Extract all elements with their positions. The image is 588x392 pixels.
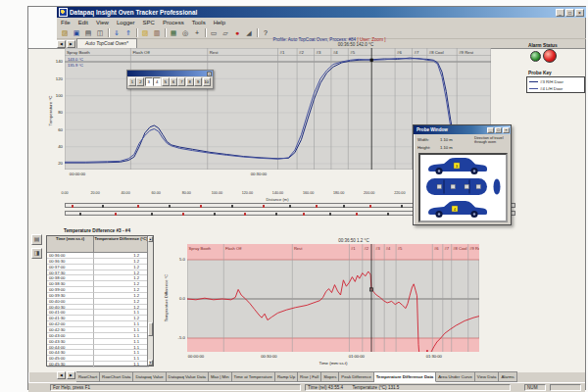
menu-view[interactable]: View xyxy=(92,20,113,25)
toolbar-separator xyxy=(136,28,137,37)
data-table-button[interactable]: ▦ xyxy=(168,27,179,38)
worksheet-tab-rawchart-data[interactable]: RawChart Data xyxy=(100,371,133,382)
probe-window-title-bar[interactable]: Probe Window _ □ × xyxy=(414,125,511,134)
worksheet-tab-datapaq-value-data[interactable]: Datapaq Value Data xyxy=(167,371,209,382)
car-probe-diagram: 3 4 xyxy=(418,153,508,222)
close-button[interactable]: × xyxy=(575,9,584,17)
worksheet-tab-area-under-curve[interactable]: Area Under Curve xyxy=(436,371,475,382)
probe-window-dialog[interactable]: Probe Window _ □ × Width: 1.10 m Height:… xyxy=(413,124,512,225)
probe-position-marker xyxy=(401,205,403,208)
doc-tab-scroll-right[interactable]: ▶ xyxy=(67,40,75,48)
print-table-button[interactable]: ▤ xyxy=(31,234,42,245)
notes-button[interactable]: ▥ xyxy=(151,27,163,38)
menu-bar: FileEditViewLoggerSPCProcessToolsHelp xyxy=(57,18,586,26)
probe-window-maximize-button[interactable]: □ xyxy=(495,127,502,133)
svg-text:#2: #2 xyxy=(299,50,304,55)
scrollbar-thumb[interactable] xyxy=(148,322,153,336)
document-tab-active[interactable]: Auto TopCoat Oven* xyxy=(76,38,137,48)
probe-position-marker xyxy=(79,213,81,216)
save-button[interactable]: ▣ xyxy=(71,27,82,38)
worksheet-tab-view-data[interactable]: View Data xyxy=(475,371,500,382)
maximize-button[interactable]: □ xyxy=(565,9,574,17)
alarm-ok-led-icon xyxy=(530,51,541,62)
worksheet-tab-temperature-difference-data[interactable]: Temperature Difference Data xyxy=(374,371,436,382)
probe-toggle-2[interactable]: 2 xyxy=(136,77,144,86)
probe-toggle-6[interactable]: 6 xyxy=(170,77,177,86)
worksheet-tab-alarms[interactable]: Alarms xyxy=(499,371,516,382)
worksheet-tab-datapaq-value[interactable]: Datapaq Value xyxy=(133,371,166,382)
table-scrollbar[interactable]: ▲ ▼ xyxy=(147,236,153,366)
status-num-lock: NUM xyxy=(524,384,546,391)
menu-tools[interactable]: Tools xyxy=(188,20,210,25)
alarm-button[interactable]: ● xyxy=(231,27,243,38)
worksheet-tab-max-min[interactable]: Max | Min xyxy=(209,371,232,382)
doc-tab-scroll-left[interactable]: ◀ xyxy=(57,40,66,48)
worksheet-tab-rise-fall[interactable]: Rise | Fall xyxy=(298,371,321,382)
copy-table-button[interactable]: ◨ xyxy=(31,248,42,259)
probe-select-toolbar: × 12345678910 xyxy=(126,70,214,89)
zoom-button[interactable]: ◎ xyxy=(179,27,191,38)
process-edit-button[interactable]: ▱ xyxy=(220,27,231,38)
menu-logger[interactable]: Logger xyxy=(113,20,139,25)
scroll-down-icon[interactable]: ▼ xyxy=(148,360,153,366)
cell-value: 1.1 xyxy=(94,362,149,368)
slope-button[interactable]: ◢ xyxy=(243,27,255,38)
probe-toggle-9[interactable]: 9 xyxy=(194,77,202,86)
top-chart-y-axis-title: Temperature °C xyxy=(48,67,56,155)
difference-table[interactable]: Time (mm:ss.t)Temperature Difference (°C… xyxy=(46,235,154,367)
scroll-up-icon[interactable]: ▲ xyxy=(148,236,153,242)
probe-toggle-10[interactable]: 10 xyxy=(203,77,211,86)
probe-position-marker xyxy=(263,205,265,208)
alarm-icon: ● xyxy=(235,29,239,36)
title-bar[interactable]: Datapaq Insight Oven Tracker Professiona… xyxy=(57,7,586,18)
probe-toggle-1[interactable]: 1 xyxy=(128,77,136,86)
probe-toggle-3[interactable]: 3 xyxy=(145,77,153,86)
tolerance-icon: ▭ xyxy=(211,29,218,36)
difference-chart-plot[interactable]: Spray BoothFlash OffRest#1#2#3#4#5#6#7#8… xyxy=(187,244,479,352)
print-preview-button[interactable]: ◫ xyxy=(94,27,106,38)
upload-logger-button[interactable]: ⇑ xyxy=(122,27,134,38)
worksheet-tab-time-at-temperature[interactable]: Time at Temperature xyxy=(232,371,275,382)
distance-unit-label: Distance (m) xyxy=(248,197,307,202)
direction-note: Direction of travel through oven xyxy=(474,136,510,145)
probe-window-minimize-button[interactable]: _ xyxy=(487,127,494,133)
toolbar-separator xyxy=(257,28,258,37)
open-button[interactable]: ▨ xyxy=(59,27,71,38)
close-icon[interactable]: × xyxy=(207,72,212,76)
table-row[interactable]: 00:45:301.1 xyxy=(47,362,153,368)
probe-toggle-5[interactable]: 5 xyxy=(162,77,170,86)
download-logger-button[interactable]: ⇓ xyxy=(111,27,122,38)
probe-key-text: #3 R/H Door xyxy=(540,79,564,84)
worksheet-tab-peak-difference[interactable]: Peak Difference xyxy=(339,371,374,382)
probe-position-marker xyxy=(182,213,184,216)
probe-toggle-4[interactable]: 4 xyxy=(153,77,161,86)
width-value: 1.10 m xyxy=(440,137,453,142)
column-header[interactable]: Time (mm:ss.t) xyxy=(47,236,94,253)
column-header[interactable]: Temperature Difference (°C) xyxy=(94,236,149,253)
difference-table-title: Temperature Difference #3 - #4 xyxy=(36,228,158,233)
menu-file[interactable]: File xyxy=(57,20,74,25)
worksheet-tab-slopes[interactable]: Slopes xyxy=(321,371,339,382)
tolerance-button[interactable]: ▭ xyxy=(208,27,220,38)
menu-spc[interactable]: SPC xyxy=(139,20,159,25)
worksheet-tab-rawchart[interactable]: RawChart xyxy=(76,371,100,382)
menu-help[interactable]: Help xyxy=(210,20,229,25)
cursor-button[interactable]: + xyxy=(191,27,203,38)
worksheet-tabs-scroll-right[interactable]: ▶ xyxy=(67,371,75,379)
probe-toggle-7[interactable]: 7 xyxy=(177,77,185,86)
probe-toggle-8[interactable]: 8 xyxy=(186,77,194,86)
menu-process[interactable]: Process xyxy=(159,20,188,25)
minimize-button[interactable]: _ xyxy=(556,9,564,17)
probe-position-marker xyxy=(356,213,358,216)
svg-text:#1: #1 xyxy=(351,246,356,251)
probe-window-close-button[interactable]: × xyxy=(503,127,510,133)
print-button[interactable]: ▤ xyxy=(82,27,94,38)
help-button[interactable]: ? xyxy=(260,27,271,38)
upload-logger-icon: ⇑ xyxy=(125,29,131,36)
worksheet-tabs-scroll-left[interactable]: ◀ xyxy=(57,371,66,379)
new-paq-file-button[interactable]: ▨ xyxy=(139,27,151,38)
menu-edit[interactable]: Edit xyxy=(74,20,92,25)
svg-text:#5: #5 xyxy=(350,50,355,55)
worksheet-tab-ramp-up[interactable]: Ramp Up xyxy=(275,371,298,382)
probe-position-marker xyxy=(214,213,216,216)
